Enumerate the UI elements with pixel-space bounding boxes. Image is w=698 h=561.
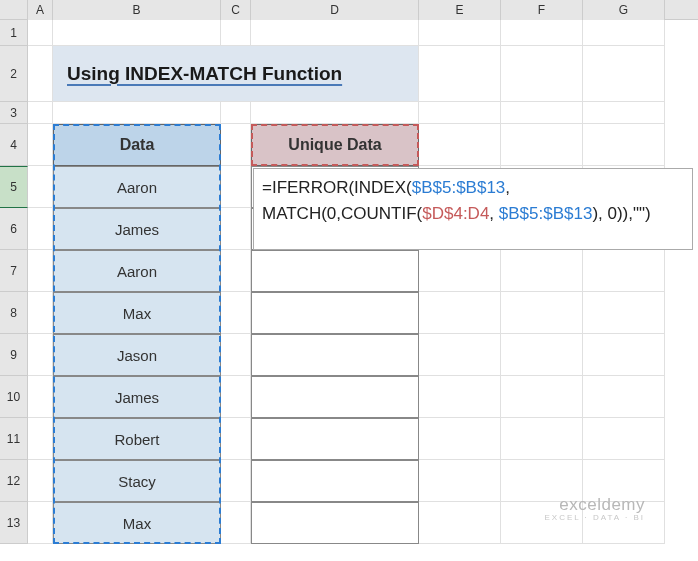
cell-A8[interactable] <box>28 292 53 334</box>
data-cell-9[interactable]: Max <box>53 502 221 544</box>
unique-cell-9[interactable] <box>251 502 419 544</box>
cell-E1[interactable] <box>419 20 501 46</box>
row-header-1[interactable]: 1 <box>0 20 28 46</box>
row-header-13[interactable]: 13 <box>0 502 28 544</box>
cell-G9[interactable] <box>583 334 665 376</box>
row-header-6[interactable]: 6 <box>0 208 28 250</box>
col-header-D[interactable]: D <box>251 0 419 20</box>
cell-C8[interactable] <box>221 292 251 334</box>
unique-cell-7[interactable] <box>251 418 419 460</box>
cell-C11[interactable] <box>221 418 251 460</box>
cell-F8[interactable] <box>501 292 583 334</box>
data-cell-7[interactable]: Robert <box>53 418 221 460</box>
cell-F4[interactable] <box>501 124 583 166</box>
cell-C10[interactable] <box>221 376 251 418</box>
cell-E9[interactable] <box>419 334 501 376</box>
col-header-C[interactable]: C <box>221 0 251 20</box>
cell-E2[interactable] <box>419 46 501 102</box>
cell-G4[interactable] <box>583 124 665 166</box>
cell-A10[interactable] <box>28 376 53 418</box>
cell-C12[interactable] <box>221 460 251 502</box>
cell-C4[interactable] <box>221 124 251 166</box>
formula-range-1: $B$5:$B$13 <box>412 178 506 197</box>
data-header[interactable]: Data <box>53 124 221 166</box>
cell-G2[interactable] <box>583 46 665 102</box>
cell-G8[interactable] <box>583 292 665 334</box>
cell-G10[interactable] <box>583 376 665 418</box>
unique-cell-3[interactable] <box>251 250 419 292</box>
cell-G7[interactable] <box>583 250 665 292</box>
row-header-10[interactable]: 10 <box>0 376 28 418</box>
cell-A4[interactable] <box>28 124 53 166</box>
cell-F1[interactable] <box>501 20 583 46</box>
cell-C3[interactable] <box>221 102 251 124</box>
unique-cell-4[interactable] <box>251 292 419 334</box>
cell-C9[interactable] <box>221 334 251 376</box>
unique-cell-8[interactable] <box>251 460 419 502</box>
cell-F2[interactable] <box>501 46 583 102</box>
data-cell-8[interactable]: Stacy <box>53 460 221 502</box>
cell-A11[interactable] <box>28 418 53 460</box>
cell-E3[interactable] <box>419 102 501 124</box>
row-header-9[interactable]: 9 <box>0 334 28 376</box>
data-cell-4[interactable]: Max <box>53 292 221 334</box>
cell-C6[interactable] <box>221 208 251 250</box>
cell-A2[interactable] <box>28 46 53 102</box>
cell-F3[interactable] <box>501 102 583 124</box>
cell-A7[interactable] <box>28 250 53 292</box>
cell-G3[interactable] <box>583 102 665 124</box>
col-header-E[interactable]: E <box>419 0 501 20</box>
cell-C7[interactable] <box>221 250 251 292</box>
cell-A12[interactable] <box>28 460 53 502</box>
row-header-2[interactable]: 2 <box>0 46 28 102</box>
unique-cell-5[interactable] <box>251 334 419 376</box>
data-cell-2[interactable]: James <box>53 208 221 250</box>
cell-C13[interactable] <box>221 502 251 544</box>
cell-A3[interactable] <box>28 102 53 124</box>
cell-D3[interactable] <box>251 102 419 124</box>
row-header-11[interactable]: 11 <box>0 418 28 460</box>
data-cell-6[interactable]: James <box>53 376 221 418</box>
cell-E11[interactable] <box>419 418 501 460</box>
formula-edit-box[interactable]: =IFERROR(INDEX($B$5:$B$13, MATCH(0,COUNT… <box>253 168 693 250</box>
row-header-12[interactable]: 12 <box>0 460 28 502</box>
data-cell-3[interactable]: Aaron <box>53 250 221 292</box>
col-header-G[interactable]: G <box>583 0 665 20</box>
cell-A9[interactable] <box>28 334 53 376</box>
cell-C1[interactable] <box>221 20 251 46</box>
cell-F7[interactable] <box>501 250 583 292</box>
row-header-4[interactable]: 4 <box>0 124 28 166</box>
row-header-3[interactable]: 3 <box>0 102 28 124</box>
col-header-B[interactable]: B <box>53 0 221 20</box>
cell-F10[interactable] <box>501 376 583 418</box>
cell-E13[interactable] <box>419 502 501 544</box>
cell-G1[interactable] <box>583 20 665 46</box>
cell-A1[interactable] <box>28 20 53 46</box>
cell-A6[interactable] <box>28 208 53 250</box>
cell-C5[interactable] <box>221 166 251 208</box>
cell-E12[interactable] <box>419 460 501 502</box>
data-cell-5[interactable]: Jason <box>53 334 221 376</box>
col-header-F[interactable]: F <box>501 0 583 20</box>
row-header-8[interactable]: 8 <box>0 292 28 334</box>
select-all-corner[interactable] <box>0 0 28 20</box>
cell-B3[interactable] <box>53 102 221 124</box>
title-cell[interactable]: Using INDEX-MATCH Function <box>53 46 419 102</box>
cell-F11[interactable] <box>501 418 583 460</box>
row-header-5[interactable]: 5 <box>0 166 28 208</box>
cell-E7[interactable] <box>419 250 501 292</box>
data-cell-1[interactable]: Aaron <box>53 166 221 208</box>
cell-B1[interactable] <box>53 20 221 46</box>
cell-G11[interactable] <box>583 418 665 460</box>
cell-E4[interactable] <box>419 124 501 166</box>
cell-E8[interactable] <box>419 292 501 334</box>
cell-A5[interactable] <box>28 166 53 208</box>
cell-E10[interactable] <box>419 376 501 418</box>
row-header-7[interactable]: 7 <box>0 250 28 292</box>
unique-header[interactable]: Unique Data <box>251 124 419 166</box>
unique-cell-6[interactable] <box>251 376 419 418</box>
cell-D1[interactable] <box>251 20 419 46</box>
col-header-A[interactable]: A <box>28 0 53 20</box>
cell-A13[interactable] <box>28 502 53 544</box>
cell-F9[interactable] <box>501 334 583 376</box>
